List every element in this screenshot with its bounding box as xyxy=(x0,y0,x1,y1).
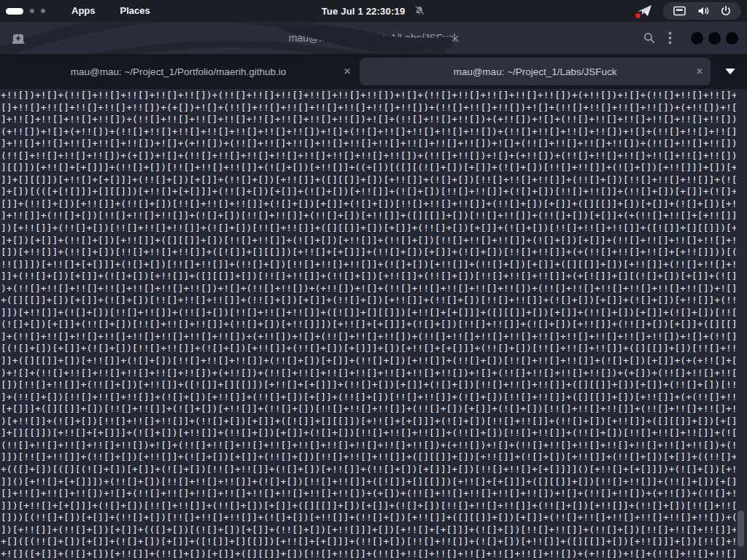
power-icon[interactable] xyxy=(721,6,731,16)
tab-portfolio[interactable]: mau@mau: ~/Project_1/Portfolio/maerih.gi… xyxy=(0,58,357,85)
terminal-line: ]+!![]+!![]+!![]+!![])+(!![]+!![]+!![]+!… xyxy=(1,114,736,126)
terminal-line: +(([]+[])[([][(![]+[])[+[]]+(![]+[])[!![… xyxy=(1,464,736,476)
terminal-line: [+[]]]+([][[]]+[])[!![]+!![]]+(![]+[])[+… xyxy=(1,403,736,416)
terminal-line: ])[+!![]]+(!![]+[])[+[]]+(([]+[])[(![]+[… xyxy=(1,524,736,537)
terminal-line: +![]([+[]]+(![]+[])[+!![]]+(!![]+[])[+[]… xyxy=(1,548,736,560)
maximize-button[interactable] xyxy=(708,32,721,44)
terminal-line: ]+!![]+!![]+!![]+!![]+!![])+![]+(+!![])+… xyxy=(1,138,736,150)
terminal-line: ]])[+!![]+[+[]]]+(![]+[])[!![]+!![]]+(!!… xyxy=(1,500,736,513)
window-controls xyxy=(691,32,738,44)
search-icon[interactable] xyxy=(643,32,655,44)
tab-close-icon[interactable]: ✕ xyxy=(696,66,703,77)
places-menu[interactable]: Places xyxy=(112,0,159,22)
minimize-button[interactable] xyxy=(691,32,703,44)
close-button[interactable] xyxy=(726,32,738,44)
scrollbar-thumb[interactable] xyxy=(738,510,744,547)
chevron-down-icon xyxy=(725,69,735,74)
terminal-line: []))[(!![]+[])[+[]]+(!![]+[])[!![]+!![]+… xyxy=(1,512,736,524)
terminal-line: !![]]])[+!![]+[+[]]]+(![]+[])[!![]+!![]]… xyxy=(1,259,736,271)
notification-badge xyxy=(635,13,640,18)
terminal-line: ]])[+!![]]+(![]+[])[!![]+!![]]+(!![]+[])… xyxy=(1,307,736,319)
telegram-tray-icon[interactable] xyxy=(637,4,653,18)
speaker-icon[interactable] xyxy=(697,6,709,16)
workspace-active-pill[interactable] xyxy=(6,8,23,15)
terminal-line: +([][[]]+[])[+[]]+(![]+[])[!![]+!![]+!![… xyxy=(1,295,736,307)
terminal-line: [])[+!![]]+(!![]+[])[!![]+!![]+!![]]+([!… xyxy=(1,246,736,259)
terminal-line: (![]+[])[+[]]+(!![]+[])[!![]+!![]+!![]]+… xyxy=(1,319,736,331)
tab-jsfuck[interactable]: mau@mau: ~/Project_1/Labs/JSFuck ✕ xyxy=(360,58,711,85)
terminal-line: ]]+[][[]])[+!![]+[+[]]]+(!![]+[])[+[]]+(… xyxy=(1,174,736,187)
terminal-line: []+!![]+!![]+!![])+![]+(!![]+!![]+!![]+!… xyxy=(1,488,736,500)
new-tab-icon[interactable] xyxy=(11,32,26,44)
terminal-line: ]+(!![]+[])[!![]+!![]+!![]]+(![]+[])[+!!… xyxy=(1,392,736,404)
tab-bar: mau@mau: ~/Project_1/Portfolio/maerih.gi… xyxy=(0,54,747,89)
terminal-line: ])[+!![]]+(!![]+[])[!![]+!![]+!![]]+(![]… xyxy=(1,222,736,235)
clock[interactable]: Tue Jul 1 22:30:19 xyxy=(322,6,406,17)
terminal-line: )[+!![]]+(![]+[])[!![]+!![]+!![]]+(!![]+… xyxy=(1,416,736,428)
terminal-line: ]]+(!![]+[])[+[]]+(![]+[])[+!![]]+([][[]… xyxy=(1,271,736,283)
terminal-line: [])[!![]+!![]]+(!![]+[])[+!![]]+([![]]+[… xyxy=(1,379,736,392)
terminal-line: )+![]+(!![]+!![]+!![]+!![]+!![]+!![])+(+… xyxy=(1,368,736,380)
terminal-line: ]+[][[]])[+!![]+[+[]]]+(![]+[])[+!![]]+(… xyxy=(1,427,736,440)
network-display-icon[interactable] xyxy=(673,6,686,16)
terminal-line: +!![])+![]+(!![]+!![]+!![]+!![]+!![])+(!… xyxy=(1,90,736,102)
terminal-viewport[interactable]: +!![])+![]+(!![]+!![]+!![]+!![]+!![])+(!… xyxy=(0,89,747,560)
workspace-dot[interactable] xyxy=(30,9,34,13)
terminal-output: +!![])+![]+(!![]+!![]+!![]+!![]+!![])+(!… xyxy=(1,90,747,560)
terminal-line: (!![]+!![]+!![]+!![])+(+[])+![]+(!![]+!!… xyxy=(1,150,736,163)
terminal-titlebar[interactable]: mau@mau: ~/Project_1/Labs/JSFuck xyxy=(0,22,747,54)
terminal-line: (!![]+!![]+!![]+!![]+!![])+![]+(!![]+!![… xyxy=(1,440,736,452)
terminal-line: ][[]])[+!![]+[+[]]]+(!![]+[])[!![]+!![]+… xyxy=(1,162,736,174)
terminal-line: []]+(!![]+[])[+!![]]+(!![]+[])[!![]+!![]… xyxy=(1,198,736,211)
window-title: mau@mau: ~/Project_1/Labs/JSFuck xyxy=(0,32,747,44)
workspace-indicator[interactable] xyxy=(6,8,45,15)
terminal-line: ]]+([][[]]+[])[+!![]]+(![]+[])[!![]+!![]… xyxy=(1,355,736,368)
terminal-line: )+(!![]+!![]+!![]+!![]+!![]+!![]+!![])+!… xyxy=(1,283,736,295)
terminal-line: (+!![])+![]+(+!![])+(!![]+!![]+!![]+!![]… xyxy=(1,126,736,139)
system-status-pill[interactable] xyxy=(663,2,741,20)
terminal-line: +[]([(!![]+[])[+[]]+(![]+[])[+[]]+([![]]… xyxy=(1,536,736,548)
workspace-dot[interactable] xyxy=(41,9,45,13)
terminal-line: ]+[])[(([+[![]]]+[][[]])[+!![]+[+[]]]+(!… xyxy=(1,186,736,198)
panel-left: Apps Places xyxy=(6,0,159,22)
panel-right xyxy=(637,2,741,20)
tab-list-dropdown[interactable] xyxy=(721,54,740,89)
tab-close-icon[interactable]: ✕ xyxy=(344,66,351,77)
apps-menu[interactable]: Apps xyxy=(63,0,104,22)
kebab-menu-icon[interactable] xyxy=(668,31,672,44)
tab-title: mau@mau: ~/Project_1/Labs/JSFuck xyxy=(453,66,616,77)
bell-muted-icon[interactable] xyxy=(414,5,425,17)
terminal-line: ]]()[+!![]+[+[]]])+(!![]+[])[!![]+!![]+!… xyxy=(1,476,736,489)
terminal-line: []+!![]+!![]+!![]+!![]+!![])+(+[])+![]+(… xyxy=(1,102,736,114)
top-panel: Apps Places Tue Jul 1 22:30:19 xyxy=(0,0,747,22)
titlebar-actions xyxy=(643,22,738,54)
terminal-line: ]+(!![]+!![]+!![]+!![]+!![]+!![]+!![]+!!… xyxy=(1,331,736,343)
tab-title: mau@mau: ~/Project_1/Portfolio/maerih.gi… xyxy=(71,66,286,77)
desktop: Apps Places Tue Jul 1 22:30:19 xyxy=(0,0,747,560)
terminal-line: ]])[!![]+!![]]+(!![]+[])[+!![]]+(![]+[])… xyxy=(1,451,736,464)
terminal-line: ]+!![]]+(!![]+[])[!![]+!![]+!![]]+(![]+[… xyxy=(1,210,736,222)
terminal-line: ]+[])[+[]]+(!![]+[])[+!![]]+([][[]]+[])[… xyxy=(1,235,736,247)
terminal-line: [(![]+[])[+[]]+(![]+[])[!![]+!![]]+(![]+… xyxy=(1,343,736,355)
